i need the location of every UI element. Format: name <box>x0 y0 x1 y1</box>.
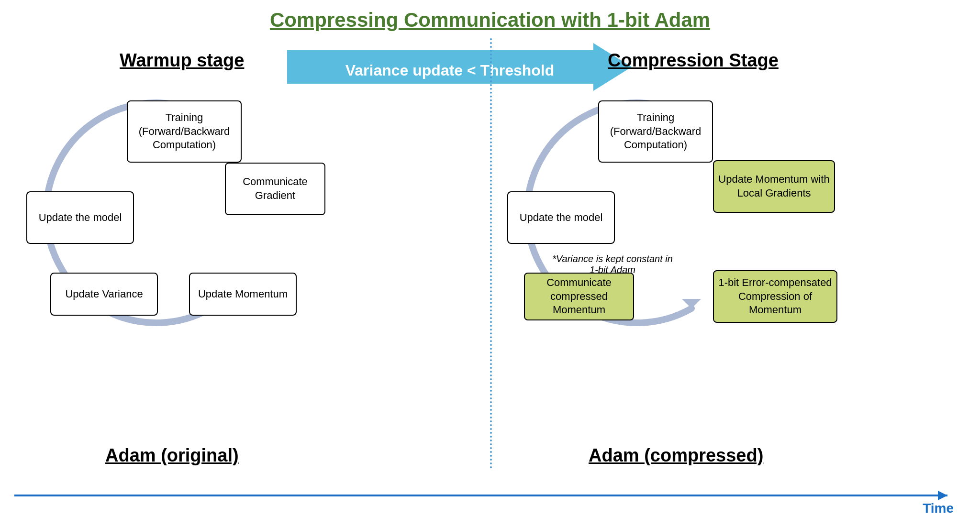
right-training-box: Training (Forward/Backward Computation) <box>598 100 713 163</box>
left-training-box: Training (Forward/Backward Computation) <box>127 100 242 163</box>
right-update-model-text: Update the model <box>520 211 603 225</box>
warmup-stage-label: Warmup stage <box>120 50 244 71</box>
svg-marker-4 <box>682 299 701 308</box>
time-arrow <box>0 486 980 505</box>
right-update-momentum-box: Update Momentum with Local Gradients <box>713 160 835 213</box>
left-update-model-text: Update the model <box>39 211 122 225</box>
variance-note: *Variance is kept constant in 1-bit Adam <box>522 253 703 275</box>
right-1bit-compression-box: 1-bit Error-compensated Compression of M… <box>713 270 837 323</box>
adam-compressed-label: Adam (compressed) <box>589 445 763 466</box>
left-update-momentum-box: Update Momentum <box>189 273 297 316</box>
adam-original-label: Adam (original) <box>105 445 239 466</box>
left-communicate-text: Communicate Gradient <box>243 175 308 202</box>
left-training-text: Training (Forward/Backward Computation) <box>139 111 230 152</box>
left-update-momentum-text: Update Momentum <box>198 287 288 301</box>
svg-text:Variance update < Threshold: Variance update < Threshold <box>345 62 555 79</box>
compression-stage-label: Compression Stage <box>608 50 779 71</box>
main-container: Compressing Communication with 1-bit Ada… <box>0 0 980 528</box>
right-update-momentum-text: Update Momentum with Local Gradients <box>718 173 829 200</box>
time-label: Time <box>923 501 954 516</box>
left-update-variance-text: Update Variance <box>65 287 143 301</box>
right-update-model-box: Update the model <box>507 191 615 244</box>
right-1bit-compression-text: 1-bit Error-compensated Compression of M… <box>718 276 832 317</box>
stage-divider <box>490 38 492 469</box>
right-communicate-compressed-text: Communicate compressed Momentum <box>546 276 612 317</box>
right-training-text: Training (Forward/Backward Computation) <box>610 111 702 152</box>
left-communicate-box: Communicate Gradient <box>225 163 325 215</box>
page-title: Compressing Communication with 1-bit Ada… <box>270 9 710 32</box>
left-update-model-box: Update the model <box>26 191 134 244</box>
left-update-variance-box: Update Variance <box>50 273 158 316</box>
svg-marker-7 <box>938 491 947 500</box>
threshold-arrow: Variance update < Threshold <box>287 43 632 100</box>
right-communicate-compressed-box: Communicate compressed Momentum <box>524 273 634 320</box>
